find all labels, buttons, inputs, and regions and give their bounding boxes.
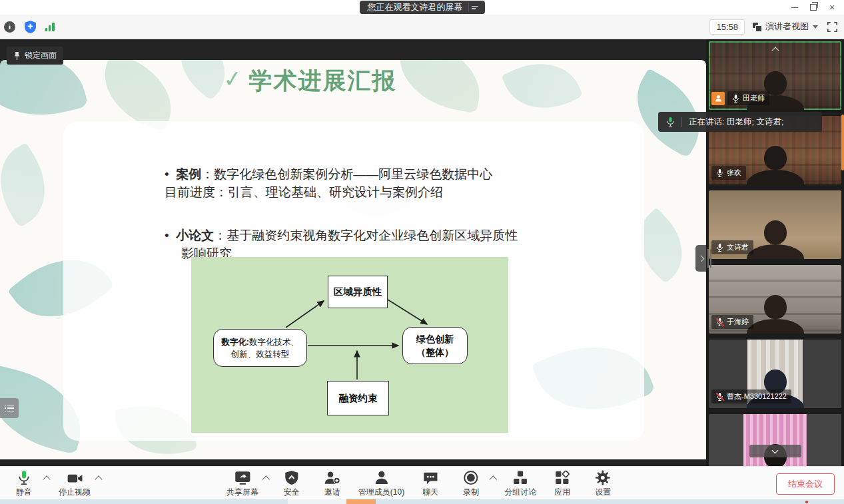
record-button[interactable]: 录制 [454,467,488,499]
close-button[interactable]: × [823,0,841,15]
list-icon [5,405,14,412]
window-controls: × [785,0,841,15]
participant-tile[interactable] [709,414,841,466]
close-icon: × [829,3,835,12]
meeting-toolbar-top: i 15:58 演讲者视图 [0,15,844,39]
participants-sidebar: 田老师 张欢 [706,39,844,466]
scroll-up-button[interactable] [773,44,778,56]
record-icon [464,469,479,485]
camera-icon [67,469,83,485]
participant-tile[interactable]: 于海婷 [709,265,841,334]
title-bar: 您正在观看文诗君的屏幕 × [0,0,844,15]
taskbar-segment [288,499,346,504]
watching-banner-text: 您正在观看文诗君的屏幕 [368,1,463,13]
sidebar-scrollbar[interactable] [841,115,844,170]
leaf [392,60,487,113]
banner-menu-icon[interactable] [468,3,481,12]
diagram-box-digitalization: 数字化:数字化技术、 创新、效益转型 [213,329,307,367]
diagram-box-financing-constraint: 融资约束 [327,381,389,415]
apps-grid-icon [555,469,570,485]
bullet-case-line1: • 案例：数字化绿色创新案例分析——阿里云绿色数据中心 [165,165,564,183]
status-icons: i [4,15,55,39]
person-plus-icon [324,469,340,485]
taskbar-active-app [346,499,376,504]
chat-button[interactable]: 聊天 [413,467,448,499]
sidebar-collapse-handle[interactable] [695,245,706,272]
host-badge-icon [711,92,725,105]
record-options-chevron[interactable] [490,475,497,483]
video-options-chevron[interactable] [95,475,102,483]
os-taskbar-sliver [0,499,844,504]
participant-name-badge: 文诗君 [711,240,753,254]
participant-name-badge: 于海婷 [711,315,753,329]
fullscreen-button[interactable] [826,21,839,33]
leaf [0,60,88,130]
share-screen-icon [234,469,250,485]
stop-video-button[interactable]: 停止视频 [56,467,93,499]
gear-icon [596,469,611,485]
participant-video [747,146,804,184]
chevron-down-icon [813,25,818,29]
speaking-mic-icon [666,117,675,127]
chat-bubble-icon [422,469,438,485]
security-button[interactable]: 安全 [274,467,309,499]
scroll-down-button[interactable] [749,445,801,457]
mute-button[interactable]: 静音 [7,467,41,499]
mic-muted-icon [716,392,723,401]
pin-icon [13,51,21,61]
end-meeting-button[interactable]: 结束会议 [776,473,835,495]
presentation-slide: ✓ 学术进展汇报 • 案例：数字化绿色创新案例分析——阿里云绿色数据中心 目前进… [0,60,706,459]
bullet-paper-line1: • 小论文：基于融资约束视角数字化对企业绿色创新区域异质性 [165,226,564,244]
network-signal-icon[interactable] [45,23,55,31]
shield-icon [284,469,298,485]
slide-title-text: 学术进展汇报 [249,65,397,97]
mic-on-icon [732,94,739,103]
leaf [0,142,63,228]
view-mode-button[interactable]: 演讲者视图 [753,21,818,33]
sidebar-drag-grip[interactable] [707,249,711,268]
leaf [501,60,583,123]
diagram-box-green-innovation: 绿色创新 （整体） [402,327,468,364]
participant-name-badge: 曹杰-M330121222 [711,389,791,403]
participant-tile[interactable]: 田老师 [709,41,841,110]
minimize-button[interactable] [785,0,804,15]
slide-panel-toggle[interactable] [0,398,19,418]
main-area: ✓ 学术进展汇报 • 案例：数字化绿色创新案例分析——阿里云绿色数据中心 目前进… [0,39,844,466]
diagram-box-regional-heterogeneity: 区域异质性 [328,276,388,308]
invite-button[interactable]: 邀请 [315,467,350,499]
watching-banner: 您正在观看文诗君的屏幕 [360,1,485,14]
meeting-control-bar: 静音 停止视频 共享屏幕 安全 [0,466,844,500]
restore-icon [810,4,817,11]
participant-name-badge: 田老师 [727,91,769,105]
slide-bullets: • 案例：数字化绿色创新案例分析——阿里云绿色数据中心 目前进度：引言、理论基础… [165,165,564,262]
participant-name: 文诗君 [727,242,749,252]
research-model-diagram: 区域异质性 数字化:数字化技术、 创新、效益转型 绿色创新 （整体） 融资约束 [191,257,508,433]
participant-name-badge: 张欢 [711,166,746,180]
protection-shield-icon[interactable] [25,21,36,33]
participant-tile[interactable]: 文诗君 [709,190,841,259]
participant-video [747,220,804,259]
participant-name: 田老师 [743,93,765,103]
restore-button[interactable] [804,0,823,15]
speaking-indicator-text: 正在讲话: 田老师; 文诗君; [689,117,783,128]
meeting-window: 您正在观看文诗君的屏幕 × i 15:58 演讲者视图 [0,0,844,504]
participant-tile[interactable]: 曹杰-M330121222 [709,340,841,408]
view-controls: 15:58 演讲者视图 [709,15,839,39]
slide-title: ✓ 学术进展汇报 [223,65,397,97]
mic-on-icon [716,168,723,178]
share-options-chevron[interactable] [262,475,269,483]
participant-name: 于海婷 [727,317,749,327]
mic-options-chevron[interactable] [43,475,50,483]
lock-view-button[interactable]: 锁定画面 [7,47,63,65]
breakout-rooms-button[interactable]: 分组讨论 [502,467,539,499]
settings-button[interactable]: 设置 [586,467,620,499]
participant-name: 张欢 [727,168,741,178]
view-mode-label: 演讲者视图 [765,21,809,33]
meeting-info-icon[interactable]: i [4,21,15,33]
taskbar-notification-dot [805,501,808,503]
apps-button[interactable]: 应用 [545,467,580,499]
bullet-case-line2: 目前进度：引言、理论基础、研究设计与案例介绍 [165,183,564,201]
person-icon [374,469,389,485]
share-screen-button[interactable]: 共享屏幕 [224,467,261,499]
manage-members-button[interactable]: 管理成员(10) [356,467,407,499]
